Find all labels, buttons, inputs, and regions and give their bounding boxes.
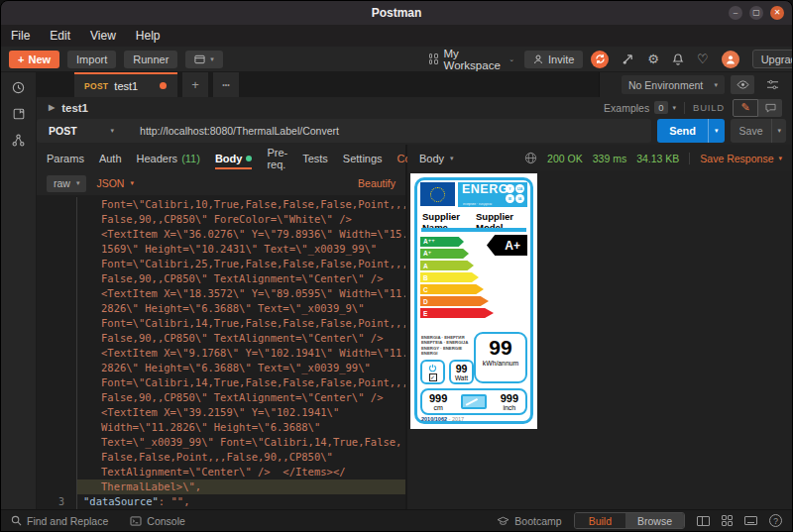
menu-item-file[interactable]: File: [11, 29, 30, 43]
code-line[interactable]: False,90,,CP850\" ForeColor=\"White\" />: [37, 212, 405, 227]
import-button[interactable]: Import: [67, 51, 116, 68]
open-new-button[interactable]: ▾: [185, 51, 223, 68]
environment-select[interactable]: No Environment ▾: [622, 75, 725, 94]
method-select[interactable]: POST: [49, 125, 77, 137]
keyboard-shortcuts-icon[interactable]: [744, 516, 757, 525]
body-format-select[interactable]: JSON ▾: [96, 177, 134, 189]
environment-settings-button[interactable]: [760, 75, 784, 94]
new-tab-button[interactable]: +: [182, 72, 208, 97]
save-response-button[interactable]: Save Response ▾: [689, 153, 782, 164]
browse-toggle-button[interactable]: Browse: [625, 513, 684, 528]
code-line[interactable]: False,90,,CP850\" TextAlignment=\"Center…: [37, 271, 405, 286]
console-icon: [130, 516, 142, 526]
line-number: [37, 361, 76, 375]
tab-prereq[interactable]: Pre-req.: [267, 145, 287, 171]
close-button[interactable]: ✕: [770, 6, 784, 20]
bootcamp-button[interactable]: Bootcamp: [497, 515, 561, 527]
runner-button[interactable]: Runner: [124, 51, 177, 68]
code-line[interactable]: Font=\"Calibri,14,True,False,False,False…: [37, 316, 405, 331]
code-editor[interactable]: Font=\"Calibri,10,True,False,False,False…: [37, 195, 405, 509]
two-pane-layout-icon[interactable]: [697, 516, 710, 526]
plus-icon: +: [18, 53, 24, 65]
sync-button[interactable]: [591, 51, 609, 68]
chevron-down-icon: ▾: [673, 104, 677, 112]
code-line[interactable]: <TextItem X=\"18.3572\" Y=\"89.0595\" Wi…: [37, 286, 405, 301]
code-line[interactable]: ThermalLabel>\",: [37, 479, 405, 494]
avatar[interactable]: [722, 51, 739, 68]
console-button[interactable]: Console: [130, 515, 185, 527]
tab-params[interactable]: Params: [47, 145, 84, 171]
collections-icon[interactable]: [12, 107, 26, 121]
code-line[interactable]: Font=\"Calibri,10,True,False,False,False…: [37, 197, 405, 212]
code-line[interactable]: 2826\" Height=\"6.3688\" Text=\"_x0039_9…: [37, 361, 405, 375]
code-line[interactable]: False,90,,CP850\" TextAlignment=\"Center…: [37, 390, 405, 405]
code-line[interactable]: False,90,,CP850\" TextAlignment=\"Center…: [37, 331, 405, 346]
tab-tests[interactable]: Tests: [302, 145, 328, 171]
menu-item-help[interactable]: Help: [136, 29, 161, 43]
favorites-heart-icon[interactable]: ♡: [697, 53, 709, 65]
code-line[interactable]: TextAlignment=\"Center\" /> </Items></: [37, 465, 405, 479]
settings-gear-icon[interactable]: ⚙: [647, 53, 659, 65]
notifications-bell-icon[interactable]: [672, 53, 684, 65]
menu-item-view[interactable]: View: [90, 29, 116, 43]
person-icon: [533, 54, 543, 64]
comments-button[interactable]: [758, 99, 782, 117]
energ-badges: YIJAIEIA: [506, 184, 526, 203]
code-line[interactable]: 2826\" Height=\"6.3688\" Text=\"_x0039_9…: [37, 301, 405, 316]
code-line[interactable]: <TextItem X=\"39.2159\" Y=\"102.1941\": [37, 405, 405, 420]
sliders-icon: [766, 79, 779, 90]
send-options-chevron-icon[interactable]: ▾: [708, 119, 725, 143]
chevron-down-icon: ▾: [450, 155, 454, 162]
capture-requests-icon[interactable]: [622, 53, 634, 65]
environment-quick-look-button[interactable]: [731, 75, 754, 94]
tab-settings[interactable]: Settings: [343, 145, 383, 171]
tab-headers[interactable]: Headers(11): [137, 145, 200, 171]
body-type-select[interactable]: raw ▾: [47, 175, 86, 192]
energ-subtext: енергия · ενεργεια: [463, 202, 492, 206]
history-icon[interactable]: [11, 80, 26, 95]
more-tabs-button[interactable]: •••: [213, 72, 239, 97]
url-input[interactable]: http://localhost:8080/ThermalLabel/Conve…: [140, 125, 339, 137]
chevron-down-icon[interactable]: ▾: [111, 127, 115, 135]
energ-logo: ENERG енергия · ενεργεια YIJAIEIA: [458, 182, 527, 207]
minimize-button[interactable]: –: [729, 6, 742, 20]
code-line[interactable]: <TextItem X=\"36.0276\" Y=\"79.8936\" Wi…: [37, 227, 405, 242]
save-options-chevron-icon[interactable]: ▾: [771, 119, 786, 143]
code-line[interactable]: Width=\"11.2826\" Height=\"6.3688\": [37, 420, 405, 435]
window-title: Postman: [372, 6, 422, 20]
scale-arrow-6: E: [420, 308, 494, 318]
code-line[interactable]: Text=\"_x0039_99\" Font=\"Calibri,14,Tru…: [37, 435, 405, 450]
response-body-tab[interactable]: Body ▾: [419, 153, 454, 164]
status-badge: 200 OK: [547, 153, 583, 164]
tab-auth[interactable]: Auth: [99, 145, 122, 171]
divider: [684, 102, 685, 114]
code-line[interactable]: Font=\"Calibri,14,True,False,False,False…: [37, 375, 405, 390]
apis-network-icon[interactable]: [11, 133, 26, 148]
send-button[interactable]: Send ▾: [657, 119, 724, 143]
build-toggle-button[interactable]: Build: [575, 513, 625, 528]
examples-dropdown[interactable]: Examples 0 ▾: [604, 101, 676, 114]
invite-button[interactable]: Invite: [524, 51, 583, 68]
beautify-link[interactable]: Beautify: [358, 177, 396, 189]
request-tab-test1[interactable]: POST test1: [74, 72, 177, 97]
request-name-toggle[interactable]: ▶ test1: [49, 102, 88, 114]
code-line[interactable]: False,False,Point,,,False,90,,CP850\": [37, 450, 405, 465]
find-and-replace-button[interactable]: Find and Replace: [11, 515, 108, 527]
tab-body[interactable]: Body: [215, 145, 253, 171]
upgrade-button[interactable]: Upgrade ▾: [752, 50, 793, 68]
maximize-button[interactable]: ▢: [749, 6, 763, 20]
url-input-box[interactable]: POST ▾ http://localhost:8080/ThermalLabe…: [37, 119, 651, 143]
code-line[interactable]: <TextItem X=\"9.1768\" Y=\"102.1941\" Wi…: [37, 346, 405, 361]
layout-grid-icon[interactable]: [722, 515, 733, 526]
code-line[interactable]: 3"dataSource": "",: [37, 494, 405, 509]
help-icon[interactable]: ?: [769, 514, 782, 527]
response-header: Body ▾ 200 OK 339 ms 34.13 KB Save Respo…: [407, 145, 792, 171]
menu-item-edit[interactable]: Edit: [50, 29, 70, 43]
edit-mode-button[interactable]: ✎: [733, 99, 758, 117]
code-line[interactable]: Font=\"Calibri,25,True,False,False,False…: [37, 257, 405, 271]
workspace-switcher[interactable]: My Workspace ⌄: [429, 48, 514, 71]
save-button[interactable]: Save ▾: [731, 119, 786, 143]
new-button[interactable]: + New: [9, 51, 59, 68]
response-time: 339 ms: [593, 153, 626, 164]
code-line[interactable]: 1569\" Height=\"10.2431\" Text=\"_x0039_…: [37, 242, 405, 257]
